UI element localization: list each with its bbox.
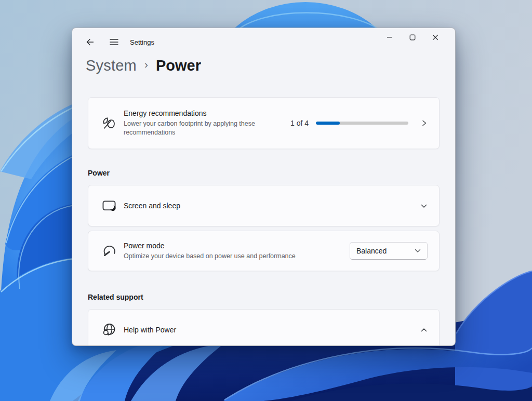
section-power: Power <box>88 169 110 177</box>
screen-moon-icon <box>101 198 117 213</box>
energy-card-subtitle: Lower your carbon footprint by applying … <box>124 119 289 137</box>
energy-progress-fill <box>316 122 340 125</box>
power-mode-card: Power mode Optimize your device based on… <box>88 231 440 271</box>
globe-search-icon <box>101 322 117 338</box>
close-icon <box>432 34 438 41</box>
page-title: Power <box>156 57 201 74</box>
screen-card-title: Screen and sleep <box>124 202 180 210</box>
back-button[interactable] <box>82 34 98 50</box>
energy-card-text: Energy recommendations Lower your carbon… <box>124 109 289 137</box>
gauge-icon <box>101 243 117 259</box>
screen-and-sleep-card[interactable]: Screen and sleep <box>88 185 440 226</box>
progress-label: 1 of 4 <box>290 119 309 127</box>
chevron-down-icon <box>415 249 421 253</box>
leaf-icon <box>101 115 117 131</box>
caption-buttons <box>378 30 447 45</box>
app-title: Settings <box>130 38 154 46</box>
power-mode-dropdown-value: Balanced <box>356 247 387 255</box>
chevron-up-icon[interactable] <box>420 327 428 333</box>
energy-progress-bar <box>316 122 408 125</box>
navigation-menu-button[interactable] <box>105 34 122 50</box>
close-button[interactable] <box>424 30 447 45</box>
maximize-icon <box>409 34 416 41</box>
maximize-button[interactable] <box>401 30 424 45</box>
breadcrumb-system[interactable]: System <box>86 57 137 74</box>
minimize-button[interactable] <box>378 30 401 45</box>
power-mode-dropdown[interactable]: Balanced <box>350 242 428 260</box>
breadcrumb-separator-icon: › <box>144 58 148 71</box>
chevron-right-icon <box>421 119 428 127</box>
power-mode-text: Power mode Optimize your device based on… <box>124 242 296 261</box>
minimize-icon <box>387 34 393 41</box>
help-card-title: Help with Power <box>124 326 176 334</box>
energy-card-title: Energy recommendations <box>124 109 289 117</box>
hamburger-icon <box>110 38 118 46</box>
help-with-power-card[interactable]: Help with Power <box>88 309 440 346</box>
chevron-down-icon[interactable] <box>420 203 428 209</box>
settings-window: Settings System › Power <box>72 28 456 346</box>
power-mode-title: Power mode <box>124 242 296 250</box>
energy-recommendations-card[interactable]: Energy recommendations Lower your carbon… <box>88 97 440 149</box>
titlebar: Settings <box>82 32 154 52</box>
section-related-support: Related support <box>88 293 143 301</box>
back-arrow-icon <box>86 38 95 46</box>
power-mode-subtitle: Optimize your device based on power use … <box>124 252 296 261</box>
breadcrumb: System › Power <box>86 54 201 77</box>
desktop: Settings System › Power <box>0 0 532 401</box>
help-card-text: Help with Power <box>124 326 176 334</box>
screen-card-text: Screen and sleep <box>124 202 180 210</box>
